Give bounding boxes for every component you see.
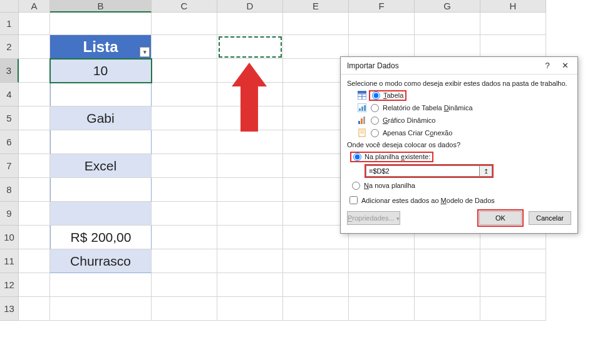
row-head-2[interactable]: 2 bbox=[0, 35, 19, 59]
cell-D11[interactable] bbox=[217, 249, 283, 273]
row-head-11[interactable]: 11 bbox=[0, 249, 19, 273]
row-head-1[interactable]: 1 bbox=[0, 13, 19, 35]
cell-A6[interactable] bbox=[19, 130, 50, 154]
cell-E11[interactable] bbox=[283, 249, 349, 273]
cell-E9[interactable] bbox=[283, 202, 349, 226]
row-head-10[interactable]: 10 bbox=[0, 226, 19, 249]
cell-E8[interactable] bbox=[283, 178, 349, 202]
cell-G1[interactable] bbox=[415, 13, 480, 35]
cell-B10[interactable]: R$ 200,00 bbox=[50, 226, 152, 249]
cell-G13[interactable] bbox=[415, 297, 480, 321]
radio-pivot[interactable] bbox=[371, 104, 379, 112]
cell-F1[interactable] bbox=[349, 13, 415, 35]
cell-B9[interactable] bbox=[50, 202, 152, 226]
cell-B13[interactable] bbox=[50, 297, 152, 321]
cell-D12[interactable] bbox=[217, 273, 283, 297]
cell-E5[interactable] bbox=[283, 107, 349, 130]
cell-E13[interactable] bbox=[283, 297, 349, 321]
cell-D1[interactable] bbox=[217, 13, 283, 35]
cell-A13[interactable] bbox=[19, 297, 50, 321]
radio-table[interactable] bbox=[372, 91, 380, 100]
close-button[interactable]: ✕ bbox=[556, 59, 574, 73]
cell-E4[interactable] bbox=[283, 83, 349, 107]
col-head-C[interactable]: C bbox=[152, 0, 217, 13]
cell-C8[interactable] bbox=[152, 178, 217, 202]
col-head-G[interactable]: G bbox=[415, 0, 480, 13]
cell-A8[interactable] bbox=[19, 178, 50, 202]
range-picker-button[interactable]: ↥ bbox=[480, 165, 492, 177]
cell-H1[interactable] bbox=[480, 13, 546, 35]
cell-A5[interactable] bbox=[19, 107, 50, 130]
cell-A7[interactable] bbox=[19, 154, 50, 178]
row-head-4[interactable]: 4 bbox=[0, 83, 19, 107]
cell-D7[interactable] bbox=[217, 154, 283, 178]
cell-E2[interactable] bbox=[283, 35, 349, 59]
cell-G2[interactable] bbox=[415, 35, 480, 59]
radio-existing-sheet[interactable] bbox=[353, 153, 361, 161]
cancel-button[interactable]: Cancelar bbox=[529, 211, 571, 225]
col-head-E[interactable]: E bbox=[283, 0, 349, 13]
cell-A1[interactable] bbox=[19, 13, 50, 35]
row-head-7[interactable]: 7 bbox=[0, 154, 19, 178]
cell-G12[interactable] bbox=[415, 273, 480, 297]
select-all-corner[interactable] bbox=[0, 0, 19, 13]
cell-E1[interactable] bbox=[283, 13, 349, 35]
col-head-F[interactable]: F bbox=[349, 0, 415, 13]
cell-C12[interactable] bbox=[152, 273, 217, 297]
col-head-D[interactable]: D bbox=[217, 0, 283, 13]
cell-C6[interactable] bbox=[152, 130, 217, 154]
cell-B1[interactable] bbox=[50, 13, 152, 35]
cell-E12[interactable] bbox=[283, 273, 349, 297]
cell-C2[interactable] bbox=[152, 35, 217, 59]
col-head-A[interactable]: A bbox=[19, 0, 50, 13]
cell-C10[interactable] bbox=[152, 226, 217, 249]
cell-E7[interactable] bbox=[283, 154, 349, 178]
cell-D13[interactable] bbox=[217, 297, 283, 321]
cell-C1[interactable] bbox=[152, 13, 217, 35]
cell-F13[interactable] bbox=[349, 297, 415, 321]
cell-A9[interactable] bbox=[19, 202, 50, 226]
cell-A3[interactable] bbox=[19, 59, 50, 83]
checkbox-data-model[interactable] bbox=[349, 196, 358, 204]
cell-D2[interactable] bbox=[217, 35, 283, 59]
row-head-12[interactable]: 12 bbox=[0, 273, 19, 297]
cell-G11[interactable] bbox=[415, 249, 480, 273]
cell-B12[interactable] bbox=[50, 273, 152, 297]
cell-B11[interactable]: Churrasco bbox=[50, 249, 152, 273]
cell-A2[interactable] bbox=[19, 35, 50, 59]
radio-new-sheet[interactable] bbox=[352, 182, 360, 190]
cell-H13[interactable] bbox=[480, 297, 546, 321]
cell-F2[interactable] bbox=[349, 35, 415, 59]
cell-D6[interactable] bbox=[217, 130, 283, 154]
cell-C13[interactable] bbox=[152, 297, 217, 321]
cell-B4[interactable] bbox=[50, 83, 152, 107]
cell-C9[interactable] bbox=[152, 202, 217, 226]
cell-B7[interactable]: Excel bbox=[50, 154, 152, 178]
ok-button[interactable]: OK bbox=[479, 211, 522, 225]
cell-A11[interactable] bbox=[19, 249, 50, 273]
cell-E6[interactable] bbox=[283, 130, 349, 154]
cell-H2[interactable] bbox=[480, 35, 546, 59]
cell-reference-input[interactable] bbox=[366, 165, 480, 177]
dialog-titlebar[interactable]: Importar Dados ? ✕ bbox=[341, 57, 577, 75]
filter-dropdown-icon[interactable]: ▾ bbox=[140, 47, 150, 57]
cell-B5[interactable]: Gabi bbox=[50, 107, 152, 130]
row-head-13[interactable]: 13 bbox=[0, 297, 19, 321]
col-head-B[interactable]: B bbox=[50, 0, 152, 13]
help-button[interactable]: ? bbox=[539, 59, 556, 73]
row-head-5[interactable]: 5 bbox=[0, 107, 19, 130]
cell-D8[interactable] bbox=[217, 178, 283, 202]
cell-C11[interactable] bbox=[152, 249, 217, 273]
cell-E3[interactable] bbox=[283, 59, 349, 83]
row-head-8[interactable]: 8 bbox=[0, 178, 19, 202]
cell-H11[interactable] bbox=[480, 249, 546, 273]
cell-A12[interactable] bbox=[19, 273, 50, 297]
cell-D9[interactable] bbox=[217, 202, 283, 226]
cell-C3[interactable] bbox=[152, 59, 217, 83]
cell-C4[interactable] bbox=[152, 83, 217, 107]
cell-C7[interactable] bbox=[152, 154, 217, 178]
radio-connection[interactable] bbox=[371, 129, 379, 137]
row-head-3[interactable]: 3 bbox=[0, 59, 19, 83]
cell-A4[interactable] bbox=[19, 83, 50, 107]
cell-B3[interactable]: 10 bbox=[50, 59, 152, 83]
